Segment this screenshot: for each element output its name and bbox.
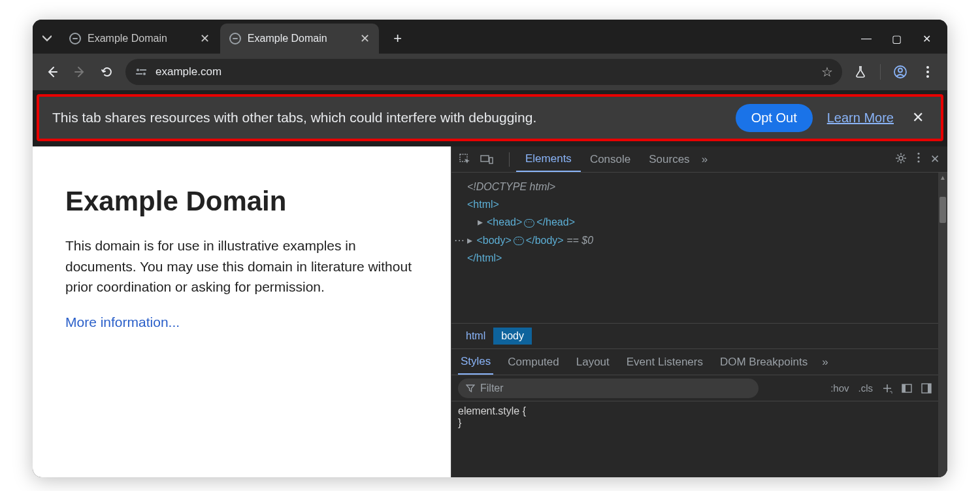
- minimize-button[interactable]: —: [860, 33, 873, 45]
- svg-rect-19: [928, 384, 931, 393]
- expand-arrow-icon[interactable]: ▸: [467, 231, 476, 249]
- devtools-close-button[interactable]: ✕: [930, 152, 939, 166]
- svg-rect-3: [136, 73, 142, 75]
- breadcrumb: html body: [451, 323, 938, 349]
- chevron-down-icon: [42, 34, 52, 43]
- dom-tree[interactable]: <!DOCTYPE html> <html> ▸<head></head> ⋯ …: [451, 173, 938, 323]
- new-tab-button[interactable]: +: [387, 27, 409, 50]
- devtools-tab-sources[interactable]: Sources: [640, 148, 698, 171]
- crumb-body[interactable]: body: [493, 328, 532, 345]
- svg-point-6: [926, 66, 929, 69]
- close-window-button[interactable]: ✕: [920, 33, 933, 45]
- kebab-icon: [922, 66, 934, 78]
- reload-button[interactable]: [95, 60, 119, 84]
- rendered-page: Example Domain This domain is for use in…: [33, 146, 451, 477]
- style-line: }: [458, 417, 932, 429]
- subtabs-overflow[interactable]: »: [822, 356, 828, 369]
- svg-rect-17: [902, 384, 906, 392]
- filter-icon: [466, 384, 475, 393]
- page-paragraph: This domain is for use in illustrative e…: [65, 235, 418, 297]
- bookmark-button[interactable]: ☆: [821, 64, 833, 80]
- arrow-right-icon: [73, 65, 86, 78]
- subtab-styles[interactable]: Styles: [458, 350, 493, 375]
- devtools-settings-button[interactable]: [895, 152, 907, 166]
- reload-icon: [101, 65, 114, 78]
- subtab-layout[interactable]: Layout: [574, 350, 612, 374]
- opt-out-button[interactable]: Opt Out: [736, 104, 813, 132]
- styles-tabs: Styles Computed Layout Event Listeners D…: [451, 349, 938, 375]
- devtools-menu-button[interactable]: [917, 152, 920, 166]
- styles-pane[interactable]: element.style { }: [451, 401, 938, 433]
- subtab-event-listeners[interactable]: Event Listeners: [624, 350, 706, 374]
- labs-button[interactable]: [849, 60, 872, 84]
- browser-window: Example Domain ✕ Example Domain ✕ + — ▢ …: [33, 20, 947, 477]
- back-button[interactable]: [41, 60, 64, 84]
- tabs-dropdown[interactable]: [39, 31, 55, 46]
- tune-icon: [135, 67, 148, 76]
- device-toggle-button[interactable]: [480, 154, 493, 165]
- svg-point-7: [926, 71, 929, 73]
- gear-icon: [895, 152, 907, 164]
- debug-infobar: This tab shares resources with other tab…: [37, 94, 943, 141]
- svg-point-2: [143, 73, 146, 75]
- address-bar[interactable]: example.com ☆: [125, 59, 842, 85]
- rendering-toggle-button[interactable]: [921, 383, 932, 394]
- inspect-button[interactable]: [459, 154, 471, 165]
- infobar-container: This tab shares resources with other tab…: [33, 90, 947, 141]
- tab-title: Example Domain: [248, 33, 327, 44]
- subtab-computed[interactable]: Computed: [505, 350, 561, 374]
- ellipsis-icon[interactable]: [524, 219, 534, 228]
- tab-close-button[interactable]: ✕: [360, 31, 370, 46]
- devtools-scrollbar[interactable]: ▲: [938, 173, 947, 477]
- site-settings-icon[interactable]: [135, 67, 148, 76]
- arrow-left-icon: [46, 65, 59, 78]
- svg-rect-1: [140, 69, 146, 71]
- menu-button[interactable]: [916, 60, 939, 84]
- page-heading: Example Domain: [65, 186, 418, 217]
- scroll-up-arrow[interactable]: ▲: [938, 173, 947, 181]
- more-info-link[interactable]: More information...: [65, 314, 180, 330]
- devtools-panel: Elements Console Sources » ✕ <!DOCTYPE h: [451, 146, 947, 477]
- expand-arrow-icon[interactable]: ▸: [478, 213, 487, 231]
- ellipsis-icon[interactable]: [514, 237, 524, 245]
- infobar-close-button[interactable]: ✕: [908, 109, 928, 126]
- tab-strip: Example Domain ✕ Example Domain ✕ + — ▢ …: [33, 20, 947, 54]
- crumb-html[interactable]: html: [458, 328, 493, 345]
- tab-1[interactable]: Example Domain ✕: [220, 24, 379, 54]
- toolbar: example.com ☆: [33, 54, 947, 90]
- hov-toggle[interactable]: :hov: [830, 382, 849, 394]
- tab-close-button[interactable]: ✕: [200, 31, 210, 46]
- svg-point-5: [898, 69, 902, 73]
- toolbar-divider: [880, 64, 881, 80]
- devtools-tab-elements[interactable]: Elements: [516, 147, 581, 172]
- svg-point-15: [917, 160, 919, 162]
- cls-toggle[interactable]: .cls: [858, 382, 874, 394]
- svg-point-13: [917, 152, 919, 154]
- box-icon: [921, 383, 932, 394]
- learn-more-link[interactable]: Learn More: [827, 110, 894, 126]
- tab-0[interactable]: Example Domain ✕: [60, 24, 219, 54]
- computed-toggle-button[interactable]: [902, 383, 912, 394]
- maximize-button[interactable]: ▢: [890, 33, 903, 45]
- dom-selected-marker: == $0: [566, 235, 593, 246]
- devtools-tab-console[interactable]: Console: [581, 148, 640, 171]
- dom-head-close: </head>: [536, 216, 575, 228]
- styles-filter-bar: Filter :hov .cls: [451, 375, 938, 401]
- plus-icon: [882, 383, 892, 394]
- dom-body: <body>: [476, 235, 511, 246]
- devtools-tabs-overflow[interactable]: »: [702, 153, 708, 166]
- selected-dots-icon: ⋯: [454, 235, 467, 246]
- forward-button[interactable]: [68, 60, 91, 84]
- filter-input[interactable]: Filter: [458, 379, 759, 398]
- window-controls: — ▢ ✕: [860, 33, 941, 45]
- subtab-dom-breakpoints[interactable]: DOM Breakpoints: [717, 350, 810, 374]
- filter-placeholder: Filter: [480, 382, 504, 394]
- new-style-rule-button[interactable]: [882, 383, 892, 394]
- svg-rect-11: [489, 158, 493, 163]
- profile-button[interactable]: [889, 60, 912, 84]
- inspect-icon: [459, 154, 471, 165]
- kebab-icon: [917, 152, 920, 163]
- svg-point-12: [899, 156, 903, 160]
- dom-doctype: <!DOCTYPE html>: [467, 181, 555, 192]
- scrollbar-thumb[interactable]: [939, 197, 946, 223]
